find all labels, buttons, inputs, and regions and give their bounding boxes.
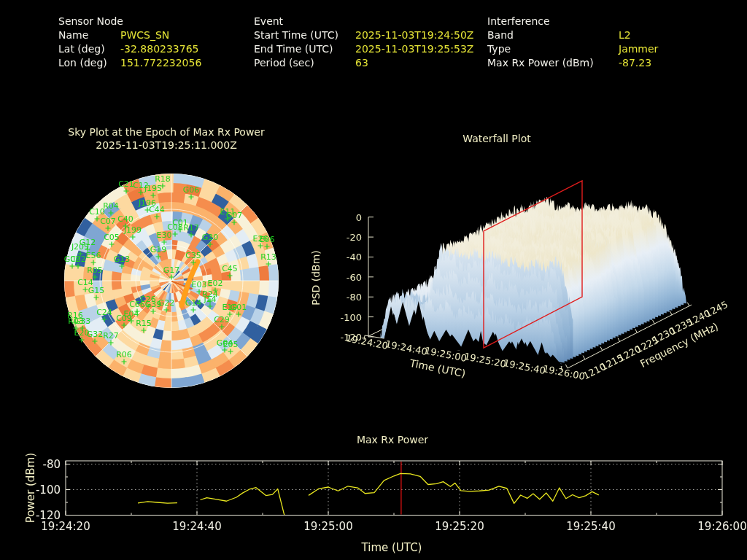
interference-group: Interference Band L2 Type Jammer Max Rx … [487,15,658,71]
psd-tick-label: -40 [347,252,362,262]
satellite-label: G15 [88,286,105,295]
satellite-label: G33 [74,316,91,326]
event-end-row: End Time (UTC) 2025-11-03T19:25:53Z [254,43,473,57]
name-value: PWCS_SN [120,29,169,43]
satellite-label: G32 [87,330,104,339]
satellite-label: R18 [155,174,171,184]
sensor-lat-row: Lat (deg) -32.880233765 [58,43,201,57]
time-tick-label: 19:26:00 [697,520,746,533]
max-rx-power-value: -87.23 [619,57,651,71]
satellite-label: C02 [70,254,86,264]
sensor-lon-row: Lon (deg) 151.772232056 [58,57,201,71]
satellite-label: G12 [80,238,96,247]
event-period-row: Period (sec) 63 [254,57,473,71]
name-label: Name [58,29,120,43]
psd-tick-label: 0 [356,211,362,222]
interference-band-row: Band L2 [487,29,658,43]
psd-axis-label: PSD (dBm) [310,250,322,306]
satellite-label: C26 [140,295,156,304]
type-label: Type [487,43,619,57]
satellite-label: G07 [226,211,243,220]
start-time-value: 2025-11-03T19:24:50Z [355,29,473,43]
lon-value: 151.772232056 [120,57,201,71]
satellite-label: C07 [100,217,116,226]
max-rx-power-row: Max Rx Power (dBm) -87.23 [487,57,658,71]
satellite-label: J199 [124,225,142,235]
time-tick-label: 19:25:00 [303,520,352,533]
satellite-label: E30 [157,230,172,240]
satellite-label: R13 [260,252,276,262]
end-time-value: 2025-11-03T19:25:53Z [355,43,473,57]
sensor-node-title: Sensor Node [58,15,201,29]
satellite-label: G19 [150,245,167,254]
satellite-label: C10 [89,207,105,217]
psd-tick-label: -80 [347,292,362,303]
satellite-label: C05 [104,233,120,242]
plots-canvas [0,0,747,560]
sensor-node-group: Sensor Node Name PWCS_SN Lat (deg) -32.8… [58,15,201,71]
satellite-label: R04 [103,201,119,211]
satellite-label: C24 [96,308,112,317]
satellite-label: G01 [231,303,247,312]
band-label: Band [487,29,619,43]
satellite-label: J195 [144,184,162,193]
power-tick-label: -80 [43,458,61,471]
satellite-label: R05 [87,265,103,275]
event-group: Event Start Time (UTC) 2025-11-03T19:24:… [254,15,473,71]
psd-tick-label: -100 [340,311,362,322]
satellite-label: G13 [114,254,131,264]
band-value: L2 [619,29,631,43]
satellite-label: G06 [183,185,200,195]
satellite-label: C40 [117,214,133,224]
psd-tick-label: -60 [347,271,362,282]
satellite-label: C21 [118,179,134,189]
waterfall-title: Waterfall Plot [462,132,531,145]
satellite-label: R27 [103,331,119,341]
satellite-label: C35 [185,251,201,260]
sensor-name-row: Name PWCS_SN [58,29,201,43]
satellite-label: C44 [149,205,165,214]
event-title: Event [254,15,473,29]
power-tick-label: -120 [36,509,61,522]
max-rx-power-title: Max Rx Power [357,433,428,446]
lon-label: Lon (deg) [58,57,120,71]
satellite-label: E06 [260,235,275,244]
power-tick-label: -100 [36,483,61,497]
time-tick-label: 19:25:20 [435,520,484,533]
satellite-label: E05 [223,340,239,349]
time-tick-label: 19:24:20 [41,520,90,533]
time-axis-label: Time (UTC) [362,541,422,554]
satellite-label: E56 [86,251,101,260]
psd-tick-label: -20 [347,232,362,243]
event-start-row: Start Time (UTC) 2025-11-03T19:24:50Z [254,29,473,43]
period-value: 63 [355,57,368,71]
time-tick-label: 19:24:40 [172,520,221,533]
sky-plot-title-line2: 2025-11-03T19:25:11.000Z [68,139,264,152]
end-time-label: End Time (UTC) [254,43,355,57]
satellite-label: R17 [183,223,199,233]
max-rx-power-label: Max Rx Power (dBm) [487,57,619,71]
satellite-label: J14 [204,295,216,304]
interference-type-row: Type Jammer [487,43,658,57]
sky-plot-title-line1: Sky Plot at the Epoch of Max Rx Power [68,125,264,139]
period-label: Period (sec) [254,57,355,71]
satellite-label: C29 [214,315,230,324]
satellite-label: C45 [222,264,238,273]
time-tick-label: 19:25:40 [566,520,615,533]
satellite-label: G22 [158,298,175,308]
satellite-label: E04 [124,309,139,319]
interference-title: Interference [487,15,658,29]
lat-value: -32.880233765 [120,43,198,57]
satellite-label: E03 [192,280,207,289]
satellite-label: G30 [202,233,219,242]
satellite-label: E02 [208,279,223,288]
lat-label: Lat (deg) [58,43,120,57]
sky-plot-title: Sky Plot at the Epoch of Max Rx Power 20… [68,125,264,152]
start-time-label: Start Time (UTC) [254,29,355,43]
satellite-label: G17 [163,265,180,275]
satellite-label: G14 [185,298,202,308]
satellite-label: R06 [116,350,132,359]
interference-report-screen: Sensor Node Name PWCS_SN Lat (deg) -32.8… [0,0,747,560]
type-value: Jammer [619,43,658,57]
satellite-label: R15 [136,319,152,328]
